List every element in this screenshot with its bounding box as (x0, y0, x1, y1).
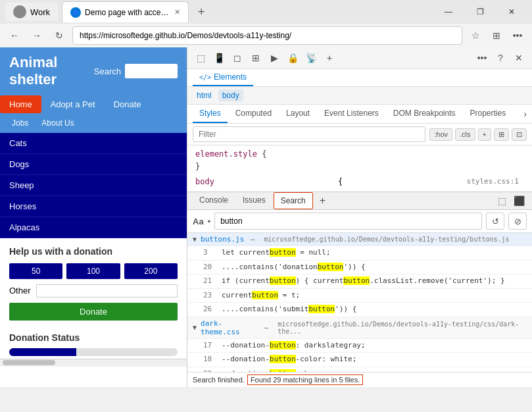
search-text-input[interactable] (214, 213, 482, 230)
donation-other-input[interactable] (36, 284, 178, 297)
active-tab[interactable]: Demo page with accessibility iss ✕ (62, 1, 189, 22)
horizontal-scrollbar[interactable] (0, 359, 187, 367)
regex-label: • (208, 217, 211, 226)
filter-cls-badge[interactable]: .cls (455, 128, 475, 141)
maximize-button[interactable]: ❐ (465, 0, 495, 24)
close-panel-button[interactable]: ⬛ (511, 193, 527, 209)
donate-button[interactable]: Donate (9, 303, 178, 321)
refresh-button[interactable]: ↻ (50, 26, 68, 45)
sidebar-item-cats[interactable]: Cats (0, 133, 187, 154)
browser-toolbar: ☆ ⊞ ••• (466, 26, 527, 45)
breadcrumb-body[interactable]: body (218, 90, 243, 101)
donation-other: Other (9, 284, 178, 297)
donation-other-label: Other (9, 286, 31, 296)
breadcrumb-bar: html body (187, 87, 532, 105)
sidebar-item-alpacas[interactable]: Alpacas (0, 217, 187, 238)
nav-home[interactable]: Home (0, 95, 41, 113)
donation-btn-100[interactable]: 100 (66, 263, 120, 279)
sidebar-item-horses[interactable]: Horses (0, 196, 187, 217)
close-devtools-button[interactable]: ✕ (511, 50, 527, 66)
more-button[interactable]: ••• (508, 26, 527, 45)
result-line[interactable]: 20 --donation-button-chosen: green; (187, 367, 532, 373)
result-line[interactable]: 17 --donation-button: darkslategray; (187, 339, 532, 353)
filter-badges: :hov .cls + ⊞ ⊡ (429, 128, 527, 141)
toggle-sidebar-button[interactable]: ⊞ (494, 128, 509, 141)
nav-adopt[interactable]: Adopt a Pet (41, 95, 105, 113)
filter-input[interactable] (193, 126, 425, 142)
wifi-button[interactable]: 📡 (303, 50, 319, 66)
status-text: Search finished. (193, 376, 245, 384)
status-detail: Found 29 matching lines in 5 files. (247, 374, 363, 385)
main-container: Animal shelter Search Home Adopt a Pet D… (0, 47, 532, 387)
tab-properties[interactable]: Properties (464, 105, 513, 123)
tab-dom-breakpoints[interactable]: DOM Breakpoints (387, 105, 462, 123)
result-line[interactable]: 3 let currentbutton = null; (187, 246, 532, 261)
performance-button[interactable]: ▶ (266, 50, 282, 66)
more-tools-button[interactable]: + (322, 50, 337, 66)
help-button[interactable]: ? (493, 50, 508, 66)
tab-issues[interactable]: Issues (236, 192, 272, 209)
tab-layout[interactable]: Layout (279, 105, 316, 123)
donation-btn-50[interactable]: 50 (9, 263, 62, 279)
tab-computed[interactable]: Computed (229, 105, 278, 123)
donation-btn-200[interactable]: 200 (124, 263, 178, 279)
site-sidebar: Cats Dogs Sheep Horses Alpacas (0, 133, 187, 238)
result-line[interactable]: 26 ....contains('submitbutton')) { (187, 303, 532, 317)
result-filename-buttons: buttons.js (201, 235, 244, 244)
site-search-input[interactable] (125, 64, 178, 78)
scroll-thumb[interactable] (3, 360, 55, 365)
taskbar-work-item[interactable]: Work (5, 3, 58, 21)
result-url-buttons: microsoftedge.github.io/Demos/devtools-a… (264, 236, 509, 243)
donation-title: Help us with a donation (9, 246, 178, 257)
search-cancel-button[interactable]: ⊘ (508, 213, 527, 230)
close-button[interactable]: ✕ (496, 0, 527, 24)
result-lines-dark: 17 --donation-button: darkslategray; 18 … (187, 339, 532, 373)
undock-panel-button[interactable]: ⬚ (494, 193, 510, 209)
dock-button[interactable]: ••• (474, 50, 490, 66)
window-controls: — ❐ ✕ (433, 0, 527, 24)
elements-button[interactable]: ◻ (230, 50, 245, 66)
nav-row-secondary: Jobs About Us (0, 113, 187, 133)
filter-hov-badge[interactable]: :hov (429, 128, 452, 141)
result-line[interactable]: 21 if (currentbutton) { currentbutton.cl… (187, 274, 532, 289)
back-button[interactable]: ← (5, 26, 24, 45)
website-panel: Animal shelter Search Home Adopt a Pet D… (0, 47, 187, 387)
tab-styles[interactable]: Styles (193, 105, 228, 123)
new-tab-button[interactable]: + (193, 5, 210, 19)
donation-progress-bar (9, 348, 178, 356)
svg-point-0 (72, 9, 79, 16)
tab-search[interactable]: Search (274, 192, 313, 209)
result-lines-buttons: 3 let currentbutton = null; 20 ....conta… (187, 246, 532, 317)
tab-event-listeners[interactable]: Event Listeners (318, 105, 385, 123)
sidebar-item-sheep[interactable]: Sheep (0, 175, 187, 196)
sidebar-item-dogs[interactable]: Dogs (0, 154, 187, 175)
tab-console[interactable]: Console (193, 192, 235, 209)
tab-close-button[interactable]: ✕ (174, 8, 180, 16)
result-group-buttons-js[interactable]: ▼ buttons.js — microsoftedge.github.io/D… (187, 233, 532, 246)
result-line[interactable]: 20 ....contains('donationbutton')) { (187, 261, 532, 275)
add-panel-button[interactable]: + (314, 192, 331, 209)
code-line-1: element.style { (195, 148, 524, 161)
search-refresh-button[interactable]: ↺ (486, 213, 504, 230)
minimize-button[interactable]: — (433, 0, 464, 24)
nav-about[interactable]: About Us (35, 116, 80, 130)
overflow-icon[interactable]: › (523, 109, 527, 119)
inspect-element-button[interactable]: ⬚ (193, 50, 208, 66)
forward-button[interactable]: → (28, 26, 46, 45)
result-line[interactable]: 23 currentbutton = t; (187, 289, 532, 303)
nav-donate[interactable]: Donate (105, 95, 151, 113)
tab-elements[interactable]: </> Elements (193, 69, 253, 86)
favorites-button[interactable]: ☆ (466, 26, 485, 45)
add-style-rule-button[interactable]: + (478, 128, 491, 141)
more-options-button[interactable]: ⊡ (512, 128, 527, 141)
search-results-area[interactable]: ▼ buttons.js — microsoftedge.github.io/D… (187, 233, 532, 372)
breadcrumb-html[interactable]: html (193, 90, 216, 101)
result-group-dark-theme[interactable]: ▼ dark-theme.css — microsoftedge.github.… (187, 317, 532, 339)
result-line[interactable]: 18 --donation-button-color: white; (187, 353, 532, 367)
collections-button[interactable]: ⊞ (487, 26, 506, 45)
device-mode-button[interactable]: 📱 (211, 50, 227, 66)
nav-jobs[interactable]: Jobs (5, 116, 35, 130)
network-button[interactable]: ⊞ (248, 50, 264, 66)
security-button[interactable]: 🔒 (285, 50, 301, 66)
address-input[interactable] (72, 26, 462, 45)
